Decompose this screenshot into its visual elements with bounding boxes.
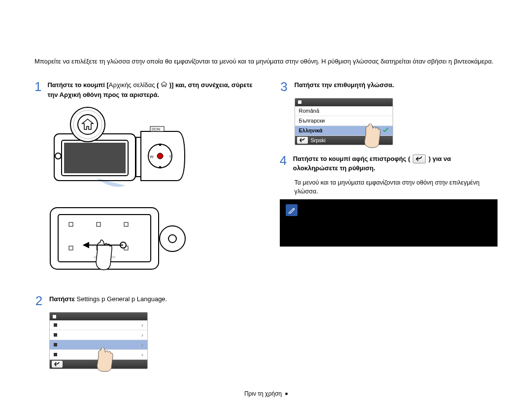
step-4: 4 Πατήστε το κουμπί αφής επιστροφής ( ) … bbox=[280, 154, 498, 173]
svg-rect-20 bbox=[124, 222, 128, 226]
left-column: 1 Πατήστε το κουμπί [Αρχικής σελίδας ( )… bbox=[34, 80, 253, 370]
right-column: 3 Πατήστε την επιθυμητή γλώσσα. Română Б… bbox=[280, 80, 498, 370]
hand-icon bbox=[94, 347, 111, 367]
svg-text:W: W bbox=[150, 155, 154, 159]
svg-rect-18 bbox=[69, 222, 73, 226]
svg-point-26 bbox=[168, 235, 176, 243]
svg-text:DCIN: DCIN bbox=[152, 127, 160, 131]
hand-icon bbox=[361, 124, 379, 143]
language-option[interactable]: Română bbox=[295, 106, 393, 116]
svg-point-3 bbox=[55, 153, 61, 159]
svg-point-15 bbox=[78, 115, 98, 134]
svg-rect-4 bbox=[136, 137, 141, 177]
back-icon bbox=[52, 361, 63, 368]
camcorder-illustration: W T DCIN bbox=[49, 107, 253, 197]
svg-point-25 bbox=[160, 226, 185, 251]
swipe-illustration bbox=[49, 202, 253, 282]
settings-screenshot: › › › › bbox=[34, 312, 253, 369]
back-icon bbox=[297, 137, 308, 144]
language-screenshot: Română Български Ελληνικά Srpski bbox=[280, 98, 498, 145]
step-3-text: Πατήστε την επιθυμητή γλώσσα. bbox=[295, 80, 394, 90]
home-icon bbox=[161, 80, 167, 90]
step-2-text: Πατήστε Settings p General p Language. bbox=[49, 294, 167, 304]
step-4-text: Πατήστε το κουμπί αφής επιστροφής ( ) γι… bbox=[293, 154, 498, 173]
return-button-icon bbox=[413, 155, 426, 163]
step-number-4: 4 bbox=[280, 154, 287, 167]
page-footer: Πριν τη χρήση ■ bbox=[0, 390, 532, 397]
step-3: 3 Πατήστε την επιθυμητή γλώσσα. bbox=[280, 80, 498, 93]
step-number-1: 1 bbox=[34, 80, 41, 93]
step-4-substep: Τα μενού και τα μηνύματα εμφανίζονται στ… bbox=[295, 178, 498, 197]
intro-paragraph: Μπορείτε να επιλέξετε τη γλώσσα στην οπο… bbox=[34, 57, 498, 66]
step-number-3: 3 bbox=[280, 80, 289, 93]
svg-rect-19 bbox=[97, 222, 100, 226]
svg-point-8 bbox=[159, 166, 162, 169]
note-box bbox=[280, 199, 498, 247]
svg-text:T: T bbox=[169, 155, 171, 159]
svg-point-7 bbox=[159, 144, 162, 146]
step-number-2: 2 bbox=[34, 294, 43, 307]
svg-rect-21 bbox=[69, 246, 73, 250]
svg-point-6 bbox=[157, 153, 163, 159]
step-1: 1 Πατήστε το κουμπί [Αρχικής σελίδας ( )… bbox=[34, 80, 253, 100]
note-icon bbox=[286, 204, 298, 216]
step-1-text: Πατήστε το κουμπί [Αρχικής σελίδας ( )] … bbox=[47, 80, 252, 100]
step-2: 2 Πατήστε Settings p General p Language. bbox=[34, 294, 253, 307]
svg-rect-2 bbox=[64, 143, 126, 173]
